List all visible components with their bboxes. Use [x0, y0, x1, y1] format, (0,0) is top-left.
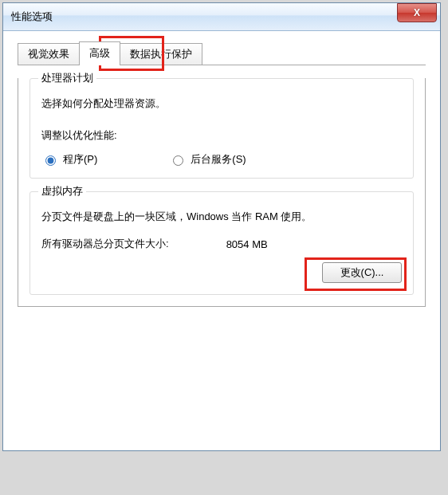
- vm-total-value: 8054 MB: [226, 238, 268, 250]
- adjust-label: 调整以优化性能:: [41, 128, 402, 143]
- change-button-label: 更改(C)...: [340, 266, 384, 278]
- vm-button-row: 更改(C)...: [41, 262, 402, 283]
- radio-services-label: 后台服务(S): [191, 152, 246, 167]
- client-area: 视觉效果 高级 数据执行保护 处理器计划 选择如何分配处理器资源。 调整以优化性…: [3, 31, 440, 450]
- performance-options-window: 性能选项 X 视觉效果 高级 数据执行保护 处理器计划 选择如何分配处理器资源。…: [2, 2, 441, 451]
- close-icon: X: [414, 7, 420, 18]
- tabstrip: 视觉效果 高级 数据执行保护: [18, 42, 426, 65]
- radio-services-input[interactable]: [173, 155, 183, 166]
- tab-panel-advanced: 处理器计划 选择如何分配处理器资源。 调整以优化性能: 程序(P) 后台服务(S…: [18, 78, 426, 307]
- tab-label: 高级: [89, 47, 110, 59]
- tab-dep[interactable]: 数据执行保护: [120, 43, 202, 65]
- group-virtual-memory: 虚拟内存 分页文件是硬盘上的一块区域，Windows 当作 RAM 使用。 所有…: [29, 191, 414, 295]
- processor-radios: 程序(P) 后台服务(S): [41, 152, 402, 167]
- change-button[interactable]: 更改(C)...: [322, 262, 402, 283]
- tab-label: 视觉效果: [28, 48, 69, 60]
- radio-background-services[interactable]: 后台服务(S): [169, 152, 246, 167]
- radio-programs-input[interactable]: [45, 155, 56, 166]
- vm-total-line: 所有驱动器总分页文件大小: 8054 MB: [41, 237, 402, 251]
- tab-advanced[interactable]: 高级: [79, 41, 120, 65]
- titlebar: 性能选项 X: [3, 3, 440, 31]
- radio-programs-label: 程序(P): [63, 152, 97, 167]
- tab-visual-effects[interactable]: 视觉效果: [18, 43, 80, 65]
- group-title: 处理器计划: [38, 71, 96, 85]
- tab-label: 数据执行保护: [130, 48, 192, 60]
- radio-programs[interactable]: 程序(P): [41, 152, 97, 167]
- window-title: 性能选项: [11, 10, 53, 24]
- vm-desc: 分页文件是硬盘上的一块区域，Windows 当作 RAM 使用。: [41, 210, 402, 224]
- vm-total-label: 所有驱动器总分页文件大小:: [41, 237, 169, 251]
- close-button[interactable]: X: [397, 3, 437, 22]
- processor-desc: 选择如何分配处理器资源。: [41, 96, 402, 111]
- group-processor-scheduling: 处理器计划 选择如何分配处理器资源。 调整以优化性能: 程序(P) 后台服务(S…: [29, 78, 414, 179]
- group-title: 虚拟内存: [38, 184, 86, 198]
